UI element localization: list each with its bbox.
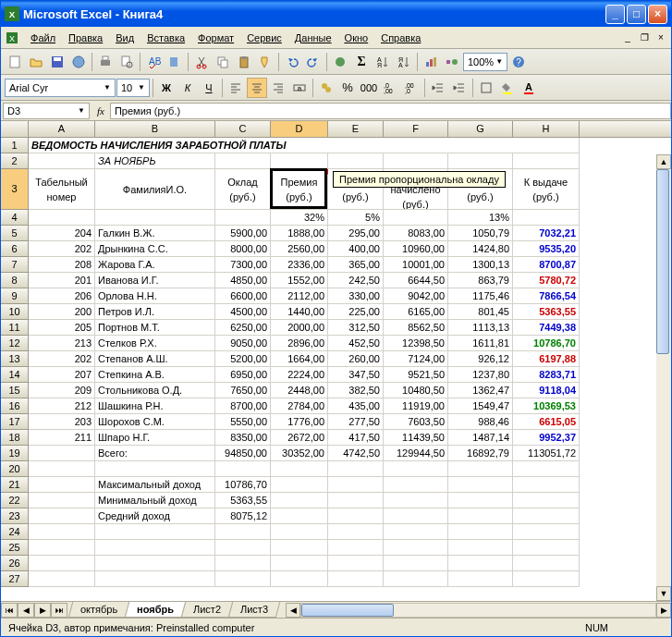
cell[interactable] bbox=[29, 493, 95, 508]
cell[interactable] bbox=[328, 493, 384, 508]
cell[interactable]: 2784,00 bbox=[271, 398, 328, 414]
cell[interactable]: 203 bbox=[29, 414, 95, 430]
cell[interactable]: 4500,00 bbox=[215, 304, 271, 320]
row-header[interactable]: 26 bbox=[1, 556, 29, 571]
cell[interactable]: 863,79 bbox=[448, 273, 513, 288]
cell[interactable]: 926,12 bbox=[448, 351, 513, 367]
cell[interactable] bbox=[384, 461, 448, 477]
cell[interactable]: 8075,12 bbox=[215, 508, 271, 524]
doc-restore-button[interactable]: ❐ bbox=[638, 31, 651, 44]
menu-format[interactable]: Формат bbox=[192, 31, 239, 45]
cell[interactable]: 8000,00 bbox=[215, 241, 271, 257]
cell[interactable] bbox=[513, 508, 580, 524]
cell[interactable]: Стелков Р.Х. bbox=[95, 336, 215, 351]
cell[interactable]: 1440,00 bbox=[271, 304, 328, 320]
cell[interactable] bbox=[513, 571, 580, 587]
cell[interactable]: 400,00 bbox=[328, 241, 384, 257]
cell[interactable]: 1237,80 bbox=[448, 367, 513, 383]
cell[interactable] bbox=[29, 153, 95, 169]
row-header[interactable]: 7 bbox=[1, 257, 29, 273]
sheet-tab[interactable]: октябрь bbox=[68, 602, 130, 618]
cell[interactable]: 277,50 bbox=[328, 414, 384, 430]
cell[interactable]: Табельный номер bbox=[29, 169, 95, 210]
cell[interactable]: 1888,00 bbox=[271, 226, 328, 241]
row-header[interactable]: 11 bbox=[1, 320, 29, 336]
cell[interactable]: Всего: bbox=[95, 446, 215, 461]
column-header-h[interactable]: H bbox=[513, 121, 580, 137]
tab-next-button[interactable]: ▶ bbox=[34, 603, 51, 618]
cell[interactable]: 5363,55 bbox=[513, 304, 580, 320]
vertical-scrollbar[interactable]: ▲ ▼ bbox=[656, 154, 671, 601]
cell[interactable]: 1611,81 bbox=[448, 336, 513, 351]
paste-icon[interactable] bbox=[234, 52, 254, 72]
align-center-icon[interactable] bbox=[247, 78, 267, 98]
scroll-right-button[interactable]: ▶ bbox=[656, 603, 671, 618]
cell[interactable] bbox=[328, 524, 384, 540]
cell[interactable] bbox=[29, 571, 95, 587]
cell[interactable]: Оклад (руб.) bbox=[215, 169, 271, 210]
cell[interactable]: К выдаче (руб.) bbox=[513, 169, 580, 210]
cell[interactable] bbox=[215, 540, 271, 556]
cell[interactable]: 32% bbox=[271, 210, 328, 226]
cell[interactable] bbox=[271, 540, 328, 556]
copy-icon[interactable] bbox=[213, 52, 233, 72]
cell[interactable]: Жарова Г.А. bbox=[95, 257, 215, 273]
cell[interactable]: Шпаро Н.Г. bbox=[95, 430, 215, 446]
cell[interactable] bbox=[95, 461, 215, 477]
row-header[interactable]: 27 bbox=[1, 571, 29, 587]
cell[interactable]: Шашкина Р.Н. bbox=[95, 398, 215, 414]
row-header[interactable]: 20 bbox=[1, 461, 29, 477]
cell[interactable]: 8083,00 bbox=[384, 226, 448, 241]
sheet-tab[interactable]: Лист2 bbox=[181, 602, 234, 618]
cell[interactable] bbox=[271, 571, 328, 587]
cell[interactable]: 13% bbox=[448, 210, 513, 226]
cell[interactable]: Дрынкина С.С. bbox=[95, 241, 215, 257]
cell[interactable] bbox=[448, 540, 513, 556]
cell[interactable] bbox=[448, 508, 513, 524]
row-header[interactable]: 3 bbox=[1, 169, 29, 210]
scroll-left-button[interactable]: ◀ bbox=[286, 603, 300, 618]
cell[interactable]: ФамилияИ.О. bbox=[95, 169, 215, 210]
cell[interactable]: 1424,80 bbox=[448, 241, 513, 257]
cell[interactable] bbox=[271, 508, 328, 524]
cell[interactable]: Степанов А.Ш. bbox=[95, 351, 215, 367]
spellcheck-icon[interactable]: ABC bbox=[143, 52, 164, 72]
cell[interactable]: 10001,00 bbox=[384, 257, 448, 273]
row-header[interactable]: 6 bbox=[1, 241, 29, 257]
cell[interactable] bbox=[448, 524, 513, 540]
cell[interactable] bbox=[29, 461, 95, 477]
undo-icon[interactable] bbox=[282, 52, 302, 72]
cell[interactable]: 8700,87 bbox=[513, 257, 580, 273]
cell[interactable]: 202 bbox=[29, 241, 95, 257]
cell[interactable]: 801,45 bbox=[448, 304, 513, 320]
cell[interactable]: 1487,14 bbox=[448, 430, 513, 446]
cell[interactable] bbox=[384, 153, 448, 169]
cell[interactable]: Портнов М.Т. bbox=[95, 320, 215, 336]
cell[interactable] bbox=[95, 540, 215, 556]
fx-icon[interactable]: fx bbox=[97, 105, 104, 116]
cell[interactable]: 202 bbox=[29, 351, 95, 367]
cell[interactable]: 6250,00 bbox=[215, 320, 271, 336]
cell[interactable] bbox=[328, 556, 384, 571]
cell[interactable] bbox=[271, 556, 328, 571]
cell[interactable] bbox=[29, 477, 95, 493]
cell[interactable]: Средний доход bbox=[95, 508, 215, 524]
cell[interactable]: Орлова Н.Н. bbox=[95, 288, 215, 304]
redo-icon[interactable] bbox=[303, 52, 324, 72]
menu-tools[interactable]: Сервис bbox=[241, 31, 287, 45]
row-header[interactable]: 9 bbox=[1, 288, 29, 304]
cell[interactable]: Иванова И.Г. bbox=[95, 273, 215, 288]
row-header[interactable]: 22 bbox=[1, 493, 29, 508]
cell[interactable]: 5200,00 bbox=[215, 351, 271, 367]
cell[interactable] bbox=[95, 524, 215, 540]
sort-asc-icon[interactable]: АЯ bbox=[373, 52, 393, 72]
cell[interactable]: 9042,00 bbox=[384, 288, 448, 304]
doc-minimize-button[interactable]: _ bbox=[621, 31, 634, 44]
cell[interactable] bbox=[271, 477, 328, 493]
cell[interactable]: 312,50 bbox=[328, 320, 384, 336]
cell[interactable]: 1549,47 bbox=[448, 398, 513, 414]
cell[interactable] bbox=[215, 153, 271, 169]
cell[interactable]: 7603,50 bbox=[384, 414, 448, 430]
cell[interactable]: 10786,70 bbox=[215, 477, 271, 493]
menu-insert[interactable]: Вставка bbox=[141, 31, 190, 45]
